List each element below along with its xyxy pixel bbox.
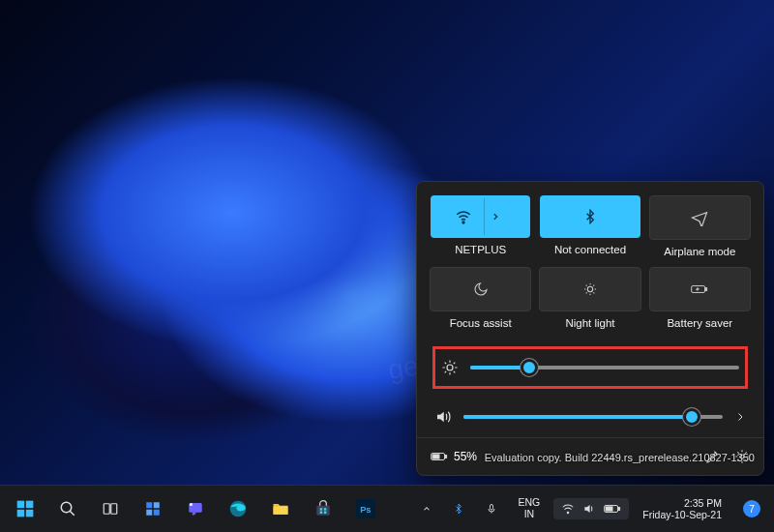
tile-wifi[interactable] xyxy=(431,195,530,238)
wifi-expand-chevron-icon[interactable] xyxy=(484,198,506,235)
tile-bluetooth[interactable] xyxy=(540,195,640,238)
tile-focus-assist[interactable] xyxy=(430,267,531,311)
brightness-icon xyxy=(441,359,459,376)
svg-point-21 xyxy=(190,503,193,506)
tray-overflow[interactable] xyxy=(414,500,439,517)
svg-rect-27 xyxy=(320,512,323,515)
tile-bluetooth-label: Not connected xyxy=(554,244,626,255)
svg-rect-10 xyxy=(26,501,34,509)
battery-saver-icon xyxy=(691,281,708,298)
svg-rect-7 xyxy=(432,455,439,458)
battery-status[interactable]: 55% xyxy=(431,448,477,465)
tray-bluetooth-icon[interactable] xyxy=(445,498,472,519)
edge-button[interactable] xyxy=(219,489,257,528)
nightlight-icon xyxy=(581,281,599,298)
svg-rect-25 xyxy=(320,508,323,511)
widgets-button[interactable] xyxy=(134,489,172,528)
quick-settings-panel: NETPLUS Not connected Airplane mode xyxy=(416,181,764,476)
svg-rect-16 xyxy=(146,502,152,508)
wifi-icon xyxy=(455,208,472,225)
tray-notification-badge[interactable]: 7 xyxy=(735,496,768,521)
svg-rect-24 xyxy=(316,506,329,516)
svg-rect-6 xyxy=(445,456,446,458)
svg-rect-11 xyxy=(17,510,25,517)
svg-rect-15 xyxy=(111,504,117,515)
tray-language[interactable]: ENGIN xyxy=(511,493,549,523)
bluetooth-icon xyxy=(581,208,599,225)
tray-battery-icon xyxy=(604,503,621,515)
brightness-slider[interactable] xyxy=(470,359,739,376)
tile-airplane-label: Airplane mode xyxy=(664,246,735,257)
tray-wifi-icon xyxy=(561,502,575,516)
svg-rect-17 xyxy=(154,502,160,508)
chat-button[interactable] xyxy=(176,489,215,528)
svg-rect-18 xyxy=(146,510,152,516)
svg-point-1 xyxy=(587,286,592,291)
svg-rect-3 xyxy=(706,288,707,291)
tile-night-light-label: Night light xyxy=(565,317,614,329)
volume-row xyxy=(432,404,748,429)
svg-rect-14 xyxy=(104,504,109,515)
svg-rect-19 xyxy=(154,510,160,516)
svg-point-32 xyxy=(568,512,569,513)
svg-text:Ps: Ps xyxy=(360,505,371,515)
battery-percent: 55% xyxy=(454,450,477,463)
svg-point-0 xyxy=(462,222,464,223)
tile-wifi-label: NETPLUS xyxy=(455,244,506,255)
explorer-button[interactable] xyxy=(261,489,300,528)
brightness-row xyxy=(432,346,748,389)
svg-rect-9 xyxy=(17,501,25,509)
svg-point-13 xyxy=(61,502,72,513)
tile-focus-assist-label: Focus assist xyxy=(450,317,512,329)
task-view-button[interactable] xyxy=(91,489,130,528)
start-button[interactable] xyxy=(6,489,45,528)
search-button[interactable] xyxy=(48,489,87,528)
svg-point-4 xyxy=(447,365,453,370)
tile-airplane[interactable] xyxy=(649,195,751,240)
tray-quick-settings[interactable] xyxy=(553,498,629,519)
windows-watermark: Evaluation copy. Build 22449.rs_prerelea… xyxy=(485,451,755,464)
desktop: geekermag.com NETPLUS xyxy=(0,0,774,532)
svg-rect-31 xyxy=(490,505,492,511)
volume-icon xyxy=(434,408,452,426)
airplane-icon xyxy=(691,209,708,226)
quick-settings-tiles: NETPLUS Not connected Airplane mode xyxy=(431,195,750,329)
photoshop-button[interactable]: Ps xyxy=(346,489,385,528)
tray-mic-icon[interactable] xyxy=(478,498,505,519)
svg-rect-35 xyxy=(606,507,612,511)
tile-night-light[interactable] xyxy=(539,267,640,311)
svg-rect-26 xyxy=(324,508,327,511)
battery-icon xyxy=(431,448,448,465)
svg-rect-28 xyxy=(324,512,327,515)
tray-volume-icon xyxy=(582,502,596,516)
volume-output-chevron-icon[interactable] xyxy=(734,411,746,423)
svg-rect-34 xyxy=(619,508,620,511)
tile-battery-saver-label: Battery saver xyxy=(667,317,732,329)
moon-icon xyxy=(472,281,490,298)
svg-rect-23 xyxy=(274,507,288,515)
tile-battery-saver[interactable] xyxy=(649,267,751,311)
taskbar: Ps ENGIN 2:35 PMFriday-10-Sep-21 xyxy=(0,485,774,532)
volume-slider[interactable] xyxy=(463,408,723,426)
svg-rect-12 xyxy=(26,510,34,517)
store-button[interactable] xyxy=(304,489,342,528)
tray-clock[interactable]: 2:35 PMFriday-10-Sep-21 xyxy=(635,493,729,524)
